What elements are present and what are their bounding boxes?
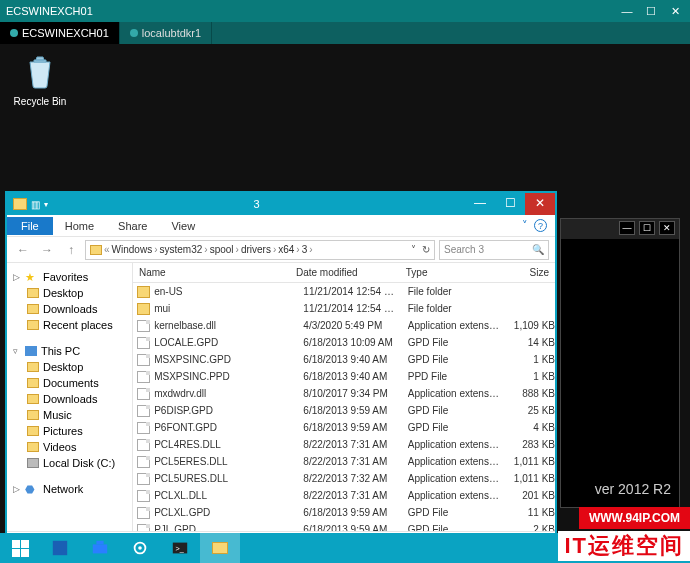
file-row[interactable]: MSXPSINC.PPD6/18/2013 9:40 AMPPD File1 K… — [133, 368, 555, 385]
help-icon[interactable]: ? — [534, 219, 547, 232]
file-list[interactable]: Name Date modified Type Size en-US11/21/… — [133, 263, 555, 531]
file-icon — [137, 439, 150, 451]
nav-recent[interactable]: Recent places — [9, 317, 130, 333]
nav-pc-desktop[interactable]: Desktop — [9, 359, 130, 375]
tab-session-0[interactable]: ECSWINEXCH01 — [0, 22, 120, 44]
file-date: 8/22/2013 7:31 AM — [303, 456, 407, 467]
app-minimize-button[interactable]: — — [618, 5, 636, 18]
crumb[interactable]: x64 — [278, 244, 294, 255]
background-window[interactable]: — ☐ ✕ ver 2012 R2 — [560, 218, 680, 508]
nav-pc-localdisk[interactable]: Local Disk (C:) — [9, 455, 130, 471]
col-size[interactable]: Size — [498, 263, 555, 282]
address-bar[interactable]: « Windows› system32› spool› drivers› x64… — [85, 240, 435, 260]
app-maximize-button[interactable]: ☐ — [642, 5, 660, 18]
svg-rect-0 — [53, 541, 67, 555]
nav-desktop[interactable]: Desktop — [9, 285, 130, 301]
file-row[interactable]: PCL5URES.DLL8/22/2013 7:32 AMApplication… — [133, 470, 555, 487]
explorer-maximize-button[interactable]: ☐ — [495, 193, 525, 215]
file-date: 11/21/2014 12:54 … — [303, 303, 407, 314]
col-type[interactable]: Type — [400, 263, 498, 282]
explorer-titlebar[interactable]: ▥ ▾ 3 — ☐ ✕ — [7, 193, 555, 215]
nav-pc-music[interactable]: Music — [9, 407, 130, 423]
file-row[interactable]: P6FONT.GPD6/18/2013 9:59 AMGPD File4 KB — [133, 419, 555, 436]
file-date: 4/3/2020 5:49 PM — [303, 320, 407, 331]
nav-pc-videos[interactable]: Videos — [9, 439, 130, 455]
file-type: Application extens… — [408, 388, 501, 399]
address-dropdown-icon[interactable]: ˅ — [411, 244, 416, 255]
file-size: 1,109 KB — [501, 320, 555, 331]
crumb[interactable]: Windows — [112, 244, 153, 255]
file-row[interactable]: PCL4RES.DLL8/22/2013 7:31 AMApplication … — [133, 436, 555, 453]
svg-text:>_: >_ — [176, 544, 185, 553]
file-date: 8/10/2017 9:34 PM — [303, 388, 407, 399]
file-size: 1 KB — [501, 354, 555, 365]
taskbar-app-2[interactable] — [80, 533, 120, 563]
tab-label: ECSWINEXCH01 — [22, 27, 109, 39]
file-date: 6/18/2013 9:40 AM — [303, 354, 407, 365]
nav-pc-documents[interactable]: Documents — [9, 375, 130, 391]
file-row[interactable]: LOCALE.GPD6/18/2013 10:09 AMGPD File14 K… — [133, 334, 555, 351]
file-row[interactable]: PJL.GPD6/18/2013 9:59 AMGPD File2 KB — [133, 521, 555, 531]
col-name[interactable]: Name — [133, 263, 290, 282]
file-name: MSXPSINC.PPD — [154, 371, 303, 382]
search-input[interactable]: Search 3 🔍 — [439, 240, 549, 260]
status-dot-icon — [10, 29, 18, 37]
search-placeholder: Search 3 — [444, 244, 484, 255]
file-row[interactable]: PCLXL.DLL8/22/2013 7:31 AMApplication ex… — [133, 487, 555, 504]
refresh-icon[interactable]: ↻ — [422, 244, 430, 255]
explorer-close-button[interactable]: ✕ — [525, 193, 555, 215]
tab-label: localubtdkr1 — [142, 27, 201, 39]
file-row[interactable]: PCLXL.GPD6/18/2013 9:59 AMGPD File11 KB — [133, 504, 555, 521]
taskbar-app-3[interactable] — [120, 533, 160, 563]
ribbon-file[interactable]: File — [7, 217, 53, 235]
taskbar-app-4[interactable]: >_ — [160, 533, 200, 563]
file-type: GPD File — [408, 507, 501, 518]
nav-forward-button[interactable]: → — [37, 240, 57, 260]
bg-maximize-button[interactable]: ☐ — [639, 221, 655, 235]
file-icon — [137, 388, 150, 400]
taskbar-app-1[interactable] — [40, 533, 80, 563]
remote-desktop[interactable]: Recycle Bin — ☐ ✕ ver 2012 R2 ▥ ▾ 3 — ☐ … — [0, 44, 690, 533]
app-titlebar: ECSWINEXCH01 — ☐ ✕ — [0, 0, 690, 22]
col-date[interactable]: Date modified — [290, 263, 400, 282]
crumb[interactable]: system32 — [159, 244, 202, 255]
status-dot-icon — [130, 29, 138, 37]
crumb[interactable]: spool — [210, 244, 234, 255]
file-date: 6/18/2013 9:59 AM — [303, 405, 407, 416]
nav-favorites[interactable]: ▷★Favorites — [9, 269, 130, 285]
ribbon-home[interactable]: Home — [53, 217, 106, 235]
crumb[interactable]: drivers — [241, 244, 271, 255]
nav-pc-pictures[interactable]: Pictures — [9, 423, 130, 439]
file-explorer-window[interactable]: ▥ ▾ 3 — ☐ ✕ File Home Share View ˅ ? ← →… — [6, 192, 556, 552]
qat-props-icon[interactable]: ▥ — [31, 199, 40, 210]
nav-network[interactable]: ▷⬣Network — [9, 481, 130, 497]
ribbon-share[interactable]: Share — [106, 217, 159, 235]
tab-session-1[interactable]: localubtdkr1 — [120, 22, 212, 44]
file-type: GPD File — [408, 337, 501, 348]
taskbar-explorer[interactable] — [200, 533, 240, 563]
ribbon-expand-icon[interactable]: ˅ — [522, 219, 528, 232]
nav-downloads[interactable]: Downloads — [9, 301, 130, 317]
file-row[interactable]: MSXPSINC.GPD6/18/2013 9:40 AMGPD File1 K… — [133, 351, 555, 368]
terminal-icon: >_ — [171, 539, 189, 557]
ribbon-view[interactable]: View — [159, 217, 207, 235]
navigation-pane[interactable]: ▷★Favorites Desktop Downloads Recent pla… — [7, 263, 133, 531]
file-row[interactable]: mui11/21/2014 12:54 …File folder — [133, 300, 555, 317]
explorer-minimize-button[interactable]: — — [465, 193, 495, 215]
nav-back-button[interactable]: ← — [13, 240, 33, 260]
nav-pc-downloads[interactable]: Downloads — [9, 391, 130, 407]
file-row[interactable]: P6DISP.GPD6/18/2013 9:59 AMGPD File25 KB — [133, 402, 555, 419]
file-row[interactable]: PCL5ERES.DLL8/22/2013 7:31 AMApplication… — [133, 453, 555, 470]
nav-this-pc[interactable]: ▿This PC — [9, 343, 130, 359]
crumb[interactable]: 3 — [302, 244, 308, 255]
file-row[interactable]: mxdwdrv.dll8/10/2017 9:34 PMApplication … — [133, 385, 555, 402]
file-row[interactable]: en-US11/21/2014 12:54 …File folder — [133, 283, 555, 300]
recycle-bin[interactable]: Recycle Bin — [10, 54, 70, 107]
bg-minimize-button[interactable]: — — [619, 221, 635, 235]
file-icon — [137, 524, 150, 532]
start-button[interactable] — [0, 533, 40, 563]
file-row[interactable]: kernelbase.dll4/3/2020 5:49 PMApplicatio… — [133, 317, 555, 334]
app-close-button[interactable]: ✕ — [666, 5, 684, 18]
nav-up-button[interactable]: ↑ — [61, 240, 81, 260]
bg-close-button[interactable]: ✕ — [659, 221, 675, 235]
